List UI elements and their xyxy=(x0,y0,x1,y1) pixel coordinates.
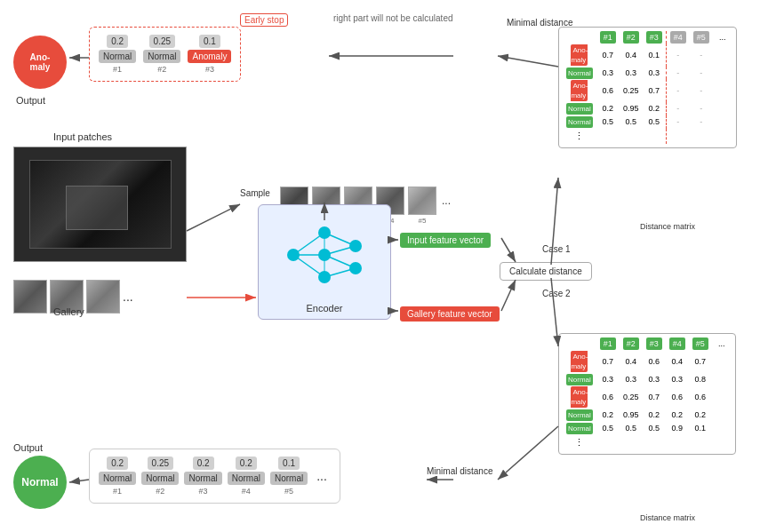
gallery-dots: ... xyxy=(123,290,133,304)
bottom-matrix-row-3: Ano-maly 0.6 0.25 0.7 0.6 0.6 xyxy=(563,385,732,409)
bottom-seq-num-3: #3 xyxy=(199,487,208,496)
top-seq-label-1: Normal xyxy=(99,50,136,63)
svg-point-12 xyxy=(318,271,331,283)
top-seq-val-1: 0.2 xyxy=(107,35,128,48)
input-feature-vector-label: Input feature vector xyxy=(400,233,491,248)
bottom-matrix-row4-label: Normal xyxy=(566,409,593,421)
top-matrix-row-3: Ano-maly 0.6 0.25 0.7 - - xyxy=(563,79,732,102)
bottom-seq-item-2: 0.25 Normal #2 xyxy=(141,457,179,496)
bottom-seq-val-1: 0.2 xyxy=(107,457,128,470)
svg-point-11 xyxy=(318,249,331,261)
top-matrix-r1c4: - xyxy=(666,44,690,67)
input-image-inner xyxy=(29,160,172,249)
bottom-matrix-bottom-dots: ⋮ xyxy=(563,435,732,450)
bottom-matrix-row-1: Ano-maly 0.7 0.4 0.6 0.4 0.7 xyxy=(563,350,732,373)
svg-line-24 xyxy=(501,280,516,311)
early-stop-label: Early stop xyxy=(240,13,288,27)
top-matrix-header-row: #1 #2 #3 #4 #5 ... xyxy=(563,31,732,44)
gallery-label: Gallery xyxy=(53,306,84,317)
case2-label: Case 2 xyxy=(542,289,571,298)
svg-line-30 xyxy=(498,426,558,480)
bottom-seq-val-3: 0.2 xyxy=(193,457,214,470)
bottom-matrix-r1c1: 0.7 xyxy=(596,350,620,373)
minimal-distance-bottom-label: Minimal distance xyxy=(427,466,492,476)
bottom-matrix-r3c1: 0.6 xyxy=(596,385,620,409)
bottom-seq-item-1: 0.2 Normal #1 xyxy=(99,457,136,496)
bottom-seq-val-2: 0.25 xyxy=(148,457,173,470)
top-matrix-r4c2: 0.95 xyxy=(620,102,643,115)
bottom-matrix-r3c3: 0.7 xyxy=(643,385,666,409)
top-matrix-header-dots: ... xyxy=(713,31,732,44)
bottom-matrix-header-row: #1 #2 #3 #4 #5 ... xyxy=(563,337,732,350)
top-distance-matrix-table: #1 #2 #3 #4 #5 ... Ano-maly 0.7 0.4 0.1 … xyxy=(563,31,732,144)
top-seq-label-3: Anomaly xyxy=(188,50,231,63)
bottom-matrix-r5c5: 0.1 xyxy=(689,422,712,435)
bottom-seq-label-1: Normal xyxy=(99,472,136,485)
calculate-distance-box: Calculate distance xyxy=(500,262,592,281)
top-matrix-header-3: #3 xyxy=(646,31,662,44)
svg-line-18 xyxy=(187,204,240,231)
bottom-seq-label-5: Normal xyxy=(270,472,308,485)
svg-point-10 xyxy=(318,226,331,239)
top-matrix-r2c5: - xyxy=(690,67,713,80)
top-matrix-r3c5: - xyxy=(690,79,713,102)
bottom-matrix-row1-label: Ano-maly xyxy=(571,351,588,372)
top-matrix-r4c4: - xyxy=(666,102,690,115)
top-matrix-header-2: #2 xyxy=(623,31,639,44)
bottom-seq-label-4: Normal xyxy=(228,472,265,485)
top-matrix-row3-label: Ano-maly xyxy=(571,80,588,101)
encoder-network-svg xyxy=(276,215,373,299)
top-matrix-row-2: Normal 0.3 0.3 0.3 - - xyxy=(563,67,732,80)
gallery-patch-1 xyxy=(13,280,47,314)
distance-matrix-top-title: Distance matrix xyxy=(640,222,695,231)
dist-matrix-top: #1 #2 #3 #4 #5 ... Ano-maly 0.7 0.4 0.1 … xyxy=(558,27,737,148)
top-seq-val-2: 0.25 xyxy=(149,35,175,48)
svg-line-32 xyxy=(69,480,89,482)
bottom-seq-num-1: #1 xyxy=(113,487,122,496)
top-matrix-r4c5: - xyxy=(690,102,713,115)
bottom-matrix-r3c2: 0.25 xyxy=(620,385,643,409)
bottom-matrix-header-1: #1 xyxy=(600,337,616,350)
sample-label: Sample xyxy=(240,188,270,198)
top-seq-label-2: Normal xyxy=(143,50,180,63)
bottom-matrix-r3c5: 0.6 xyxy=(689,385,712,409)
top-seq-item-3: 0.1 Anomaly #3 xyxy=(188,35,231,74)
top-matrix-r3c3: 0.7 xyxy=(643,79,667,102)
svg-line-23 xyxy=(501,238,516,262)
bottom-matrix-r4c3: 0.2 xyxy=(643,409,666,422)
input-patches-label: Input patches xyxy=(53,131,112,142)
bottom-matrix-r4c2: 0.95 xyxy=(620,409,643,422)
bottom-matrix-row2-label: Normal xyxy=(566,374,593,385)
top-matrix-header-5: #5 xyxy=(693,31,709,44)
top-matrix-r4c3: 0.2 xyxy=(643,102,667,115)
top-matrix-r5c3: 0.5 xyxy=(643,115,667,129)
output-label-top: Output xyxy=(16,95,45,106)
bottom-matrix-header-2: #2 xyxy=(623,337,639,350)
bottom-seq-label-3: Normal xyxy=(184,472,221,485)
top-matrix-r2c3: 0.3 xyxy=(643,67,667,80)
bottom-matrix-r2c1: 0.3 xyxy=(596,373,620,386)
bottom-seq-num-2: #2 xyxy=(156,487,164,496)
top-matrix-row-1: Ano-maly 0.7 0.4 0.1 - - xyxy=(563,44,732,67)
gallery-patch-3 xyxy=(86,280,120,314)
bottom-matrix-r5c4: 0.9 xyxy=(666,422,689,435)
bottom-seq-val-5: 0.1 xyxy=(278,457,300,470)
top-seq-item-1: 0.2 Normal #1 xyxy=(99,35,136,74)
bottom-matrix-r1c3: 0.6 xyxy=(643,350,666,373)
top-matrix-r2c1: 0.3 xyxy=(596,67,620,80)
bottom-matrix-r4c5: 0.2 xyxy=(689,409,712,422)
bottom-matrix-r2c4: 0.3 xyxy=(666,373,689,386)
bottom-seq-val-4: 0.2 xyxy=(236,457,257,470)
bottom-matrix-header-3: #3 xyxy=(646,337,662,350)
right-not-calc-label: right part will not be calculated xyxy=(333,13,453,23)
bottom-seq-item-4: 0.2 Normal #4 xyxy=(228,457,265,496)
bottom-matrix-r5c1: 0.5 xyxy=(596,422,620,435)
svg-point-14 xyxy=(349,262,362,274)
top-seq-num-1: #1 xyxy=(113,65,122,74)
top-sequence-box: 0.2 Normal #1 0.25 Normal #2 0.1 Anomaly… xyxy=(89,27,241,82)
bottom-matrix-row3-label: Ano-maly xyxy=(571,386,588,408)
top-matrix-r5c4: - xyxy=(666,115,690,129)
top-matrix-row-5: Normal 0.5 0.5 0.5 - - xyxy=(563,115,732,129)
bottom-matrix-r5c2: 0.5 xyxy=(620,422,643,435)
svg-point-9 xyxy=(287,249,300,261)
